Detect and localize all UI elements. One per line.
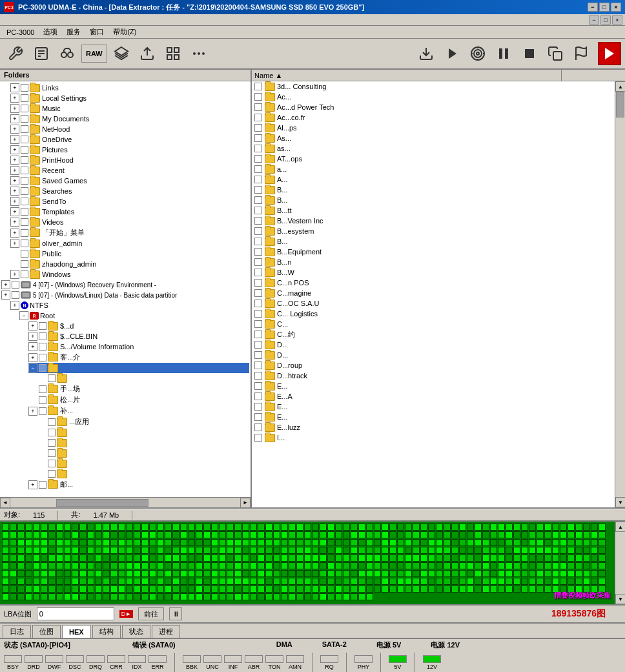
file-check-29[interactable] xyxy=(254,372,262,380)
binoculars-tool[interactable] xyxy=(56,42,79,65)
expand-ntfs[interactable]: + xyxy=(10,301,19,310)
tree-item-recent[interactable]: + Recent xyxy=(10,165,249,176)
file-check-23[interactable] xyxy=(254,310,262,318)
file-item-2[interactable]: Ac... xyxy=(252,92,615,102)
expand-sendto[interactable]: + xyxy=(10,197,19,206)
tree-item-partition5[interactable]: + 5 [07] - (Windows/Linux) Data - Basic … xyxy=(1,290,249,300)
hscroll-right[interactable]: ► xyxy=(240,498,251,508)
tree-item-pictures[interactable]: + Pictures xyxy=(10,145,249,155)
tree-item-recycle[interactable]: + $...CLE.BIN xyxy=(28,331,249,341)
file-item-28[interactable]: D...roup xyxy=(252,360,615,371)
grid-tool[interactable] xyxy=(161,42,185,65)
col-header-name[interactable]: Name ▲ xyxy=(252,70,562,81)
expand-start-menu[interactable]: + xyxy=(10,229,19,238)
check-s3[interactable] xyxy=(48,439,56,447)
tree-item-bu[interactable]: + 补... xyxy=(28,405,249,416)
file-item-9[interactable]: a... xyxy=(252,164,615,174)
expand-root[interactable]: − xyxy=(19,311,28,320)
hscroll-left[interactable]: ◄ xyxy=(0,498,10,508)
tree-item-onedrive[interactable]: + OneDrive xyxy=(10,134,249,145)
check-savedgames[interactable] xyxy=(21,177,28,185)
tree-item-nethood[interactable]: + NetHood xyxy=(10,124,249,134)
check-volinfo[interactable] xyxy=(39,343,46,351)
file-item-22[interactable]: C...OC S.A.U xyxy=(252,298,615,309)
tree-item-start-menu[interactable]: + 「开始」菜单 xyxy=(10,227,249,238)
expand-mydocs[interactable]: + xyxy=(10,114,19,123)
check-dollar-d[interactable] xyxy=(39,322,46,330)
file-check-10[interactable] xyxy=(254,176,262,183)
tree-item-ntfs[interactable]: + N NTFS xyxy=(10,300,249,311)
check-zhaodong[interactable] xyxy=(21,260,28,268)
lba-pause-button[interactable]: ⏸ xyxy=(169,607,182,620)
expand-videos[interactable]: + xyxy=(10,218,19,227)
play-tool[interactable] xyxy=(440,42,464,65)
file-vscrollbar[interactable]: ▲ ▼ xyxy=(615,81,625,507)
check-printhood[interactable] xyxy=(21,156,28,164)
file-item-4[interactable]: Ac...co.fr xyxy=(252,112,615,123)
file-check-16[interactable] xyxy=(254,238,262,245)
tree-item-public[interactable]: Public xyxy=(10,249,249,259)
check-partition4[interactable] xyxy=(12,281,19,289)
export-tool[interactable] xyxy=(136,42,159,65)
vscroll-up[interactable]: ▲ xyxy=(615,81,625,92)
file-item-27[interactable]: D... xyxy=(252,350,615,360)
check-music[interactable] xyxy=(21,105,28,112)
file-check-35[interactable] xyxy=(254,434,262,442)
file-check-17[interactable] xyxy=(254,248,262,256)
file-item-13[interactable]: B...tt xyxy=(252,205,615,216)
file-check-25[interactable] xyxy=(254,331,262,338)
expand-savedgames[interactable]: + xyxy=(10,176,19,185)
file-check-5[interactable] xyxy=(254,124,262,132)
file-item-23[interactable]: C... Logistics xyxy=(252,309,615,319)
close-button[interactable]: × xyxy=(611,3,621,12)
file-check-32[interactable] xyxy=(254,403,262,411)
check-windows[interactable] xyxy=(21,270,28,278)
expand-you[interactable]: + xyxy=(28,480,37,489)
file-item-30[interactable]: E... xyxy=(252,381,615,391)
inner-restore[interactable]: □ xyxy=(600,15,611,25)
file-item-26[interactable]: D... xyxy=(252,340,615,350)
file-item-24[interactable]: C... xyxy=(252,319,615,329)
file-check-24[interactable] xyxy=(254,320,262,328)
file-item-29[interactable]: D...htrack xyxy=(252,371,615,381)
file-check-28[interactable] xyxy=(254,361,262,369)
tree-item-volinfo[interactable]: + S.../Volume Information xyxy=(28,341,249,352)
raw-button[interactable]: RAW xyxy=(81,45,107,63)
import-tool[interactable] xyxy=(415,42,438,65)
expand-pictures[interactable]: + xyxy=(10,145,19,154)
file-item-33[interactable]: E... xyxy=(252,412,615,422)
expand-templates[interactable]: + xyxy=(10,207,19,216)
layers-tool[interactable] xyxy=(110,42,133,65)
tree-item-videos[interactable]: + Videos xyxy=(10,217,249,227)
check-selected[interactable] xyxy=(39,364,46,372)
file-check-34[interactable] xyxy=(254,423,262,431)
file-check-12[interactable] xyxy=(254,196,262,204)
file-check-18[interactable] xyxy=(254,258,262,266)
file-item-32[interactable]: E... xyxy=(252,402,615,412)
file-item-18[interactable]: B...n xyxy=(252,257,615,267)
menu-window[interactable]: 窗口 xyxy=(86,26,108,38)
check-s6[interactable] xyxy=(48,470,56,478)
minimize-button[interactable]: − xyxy=(588,3,598,12)
check-oliver[interactable] xyxy=(21,239,28,247)
check-nethood[interactable] xyxy=(21,125,28,133)
tree-item-selected[interactable]: − xyxy=(28,363,249,373)
file-item-12[interactable]: B... xyxy=(252,195,615,205)
tree-item-windows[interactable]: + Windows xyxy=(10,269,249,280)
file-check-19[interactable] xyxy=(254,269,262,276)
expand-music[interactable]: + xyxy=(10,104,19,113)
file-item-16[interactable]: B... xyxy=(252,236,615,247)
tree-item-partition4[interactable]: + 4 [07] - (Windows) Recovery Environmen… xyxy=(1,280,249,290)
check-pictures[interactable] xyxy=(21,146,28,154)
expand-windows[interactable]: + xyxy=(10,270,19,279)
restore-button[interactable]: □ xyxy=(599,3,610,12)
folder-tree[interactable]: + Links + Local Settings + Music + xyxy=(0,81,251,497)
menu-options[interactable]: 选项 xyxy=(39,26,61,38)
expand-recent[interactable]: + xyxy=(10,166,19,175)
file-item-10[interactable]: A... xyxy=(252,174,615,185)
tree-item-links[interactable]: + Links xyxy=(10,83,249,93)
check-s4[interactable] xyxy=(48,449,56,457)
file-item-31[interactable]: E...A xyxy=(252,391,615,402)
expand-local[interactable]: + xyxy=(10,94,19,103)
check-partition5[interactable] xyxy=(12,291,19,299)
